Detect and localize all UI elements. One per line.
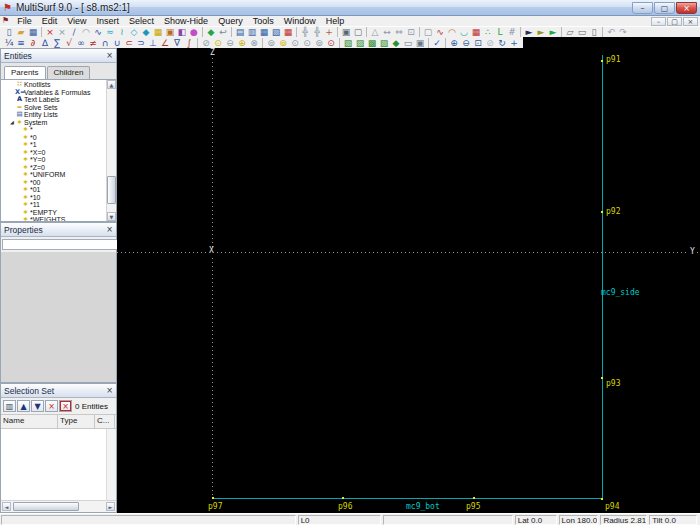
- edit-definition-icon[interactable]: ↩: [217, 27, 229, 37]
- show-labels-toggle-icon[interactable]: ⊙: [325, 38, 337, 48]
- insert-bcurve-icon[interactable]: ∿: [92, 27, 104, 37]
- display-snap-icon[interactable]: +: [323, 27, 335, 37]
- new-file-icon[interactable]: ▯: [3, 27, 15, 37]
- tree-item-10[interactable]: ∗*10: [1, 194, 106, 202]
- point-p91-label[interactable]: p91: [606, 56, 620, 64]
- column-header-name[interactable]: Name: [1, 415, 58, 428]
- show-children-icon[interactable]: ⊚: [277, 38, 289, 48]
- insert-surface-icon[interactable]: ◇: [128, 27, 140, 37]
- show-selected-icon[interactable]: ⊙: [212, 38, 224, 48]
- selection-list[interactable]: [1, 429, 116, 500]
- entities-tree-scrollbar[interactable]: ▲ ▼: [106, 80, 116, 221]
- scroll-thumb[interactable]: [107, 176, 116, 204]
- move-down-icon[interactable]: ▼: [31, 400, 44, 412]
- edit-tool-13-icon[interactable]: ∠: [159, 38, 171, 48]
- highlight-frame-icon[interactable]: L: [494, 27, 506, 37]
- menu-query[interactable]: Query: [213, 16, 248, 26]
- point-p95-label[interactable]: p95: [466, 503, 480, 511]
- show-mesh-icon[interactable]: ▢: [422, 27, 434, 37]
- tree-item-z-0[interactable]: ∗*Z=0: [1, 164, 106, 172]
- rotate-view-icon[interactable]: ↻: [496, 38, 508, 48]
- selection-vscrollbar[interactable]: [106, 429, 116, 500]
- display-rulers-icon[interactable]: ╬: [311, 27, 323, 37]
- menu-help[interactable]: Help: [321, 16, 350, 26]
- edit-tool-11-icon[interactable]: ⊃: [135, 38, 147, 48]
- window-perspective-icon[interactable]: ▦: [282, 27, 294, 37]
- show-curves-icon[interactable]: ⊙: [301, 38, 313, 48]
- zoom-previous-icon[interactable]: ⊘: [484, 38, 496, 48]
- select-polygon-icon[interactable]: ►: [547, 27, 559, 37]
- stretch-horizontal-icon[interactable]: ↔: [381, 27, 393, 37]
- display-outline-icon[interactable]: ▭: [402, 38, 414, 48]
- curve-mc9-side-label[interactable]: mc9_side: [601, 289, 640, 297]
- point-p97-marker[interactable]: [212, 497, 214, 499]
- window-plan-icon[interactable]: ▦: [258, 27, 270, 37]
- properties-close-icon[interactable]: ×: [106, 226, 113, 234]
- hide-selected-icon[interactable]: ⊘: [200, 38, 212, 48]
- copy-bitmap-icon[interactable]: ▢: [352, 27, 364, 37]
- edit-tool-3-icon[interactable]: ∆: [39, 38, 51, 48]
- menu-insert[interactable]: Insert: [92, 16, 125, 26]
- insert-ball-icon[interactable]: ●: [188, 27, 200, 37]
- tree-item-y-0[interactable]: ∗*Y=0: [1, 156, 106, 164]
- menu-window[interactable]: Window: [279, 16, 321, 26]
- insert-knotlist-icon[interactable]: ▦: [152, 27, 164, 37]
- invert-visibility-icon[interactable]: ⊗: [248, 38, 260, 48]
- edit-tool-1-icon[interactable]: ≡: [15, 38, 27, 48]
- undo-icon[interactable]: ↶: [605, 27, 617, 37]
- edit-tool-7-icon[interactable]: ≠: [87, 38, 99, 48]
- window-wireframe-icon[interactable]: ▤: [234, 27, 246, 37]
- display-grid-icon[interactable]: ╬: [299, 27, 311, 37]
- divide-quarter-icon[interactable]: ¼: [3, 38, 15, 48]
- entities-close-icon[interactable]: ×: [106, 52, 113, 60]
- point-p96-marker[interactable]: [342, 497, 344, 499]
- windows-tile-vertical-icon[interactable]: ▯: [588, 27, 600, 37]
- tab-children[interactable]: Children: [47, 66, 91, 79]
- highlight-arcs-icon[interactable]: ◠: [446, 27, 458, 37]
- highlight-snakes-icon[interactable]: ◡: [458, 27, 470, 37]
- highlight-grid-icon[interactable]: ▦: [470, 27, 482, 37]
- scroll-up-icon[interactable]: ▲: [107, 80, 116, 89]
- zoom-out-icon[interactable]: ⊖: [460, 38, 472, 48]
- column-header-c[interactable]: C...: [95, 415, 115, 428]
- open-folder-icon[interactable]: ▰: [15, 27, 27, 37]
- point-p91-marker[interactable]: [601, 60, 603, 62]
- tree-item-x-0[interactable]: ∗*X=0: [1, 149, 106, 157]
- redo-icon[interactable]: ↷: [617, 27, 629, 37]
- edit-tool-9-icon[interactable]: ∪: [111, 38, 123, 48]
- view-cube-top-icon[interactable]: ▧: [378, 38, 390, 48]
- point-p97-label[interactable]: p97: [208, 503, 222, 511]
- scroll-left-icon[interactable]: ◄: [2, 502, 11, 511]
- hide-all-icon[interactable]: ⊖: [224, 38, 236, 48]
- point-p92-marker[interactable]: [601, 211, 603, 213]
- save-icon[interactable]: ▦: [27, 27, 39, 37]
- window-body-icon[interactable]: ▧: [270, 27, 282, 37]
- windows-cascade-icon[interactable]: ▱: [564, 27, 576, 37]
- scroll-thumb[interactable]: [13, 502, 79, 511]
- show-all-icon[interactable]: ⊕: [236, 38, 248, 48]
- insert-ruled-surface-icon[interactable]: ◆: [140, 27, 152, 37]
- tree-item-11[interactable]: ∗*11: [1, 201, 106, 209]
- tree-item-00[interactable]: ∗*00: [1, 179, 106, 187]
- doc-minimize-button[interactable]: –: [651, 17, 666, 26]
- edit-tool-14-icon[interactable]: ∇: [171, 38, 183, 48]
- measure-icon[interactable]: ✓: [431, 38, 443, 48]
- insert-bead-icon[interactable]: ×: [56, 27, 68, 37]
- edit-tool-10-icon[interactable]: ⊂: [123, 38, 135, 48]
- orbit-cube-icon[interactable]: ▧: [342, 38, 354, 48]
- insert-point-icon[interactable]: ×: [44, 27, 56, 37]
- zoom-window-icon[interactable]: ⊡: [472, 38, 484, 48]
- selection-columns-icon[interactable]: ▥: [3, 400, 16, 412]
- highlight-points-icon[interactable]: ∴: [482, 27, 494, 37]
- insert-line-icon[interactable]: ∕: [68, 27, 80, 37]
- show-points-icon[interactable]: ⊙: [289, 38, 301, 48]
- highlight-lattice-icon[interactable]: #: [506, 27, 518, 37]
- edit-tool-4-icon[interactable]: ∑: [51, 38, 63, 48]
- clear-selection-icon[interactable]: ×: [59, 400, 72, 412]
- insert-snake-icon[interactable]: ≀: [116, 27, 128, 37]
- tree-item-item[interactable]: ∗*: [1, 126, 106, 134]
- menu-edit[interactable]: Edit: [37, 16, 63, 26]
- select-add-icon[interactable]: ►: [535, 27, 547, 37]
- insert-ccurve-icon[interactable]: ≈: [104, 27, 116, 37]
- edit-tool-8-icon[interactable]: ∩: [99, 38, 111, 48]
